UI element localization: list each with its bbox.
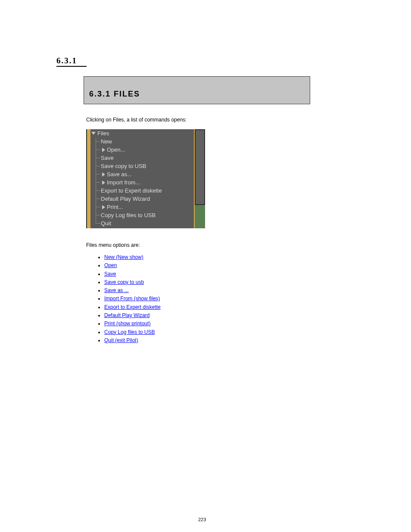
link-quit[interactable]: Quit (exit Pilot) xyxy=(104,337,138,343)
menu-item-label: Quit xyxy=(101,220,111,227)
links-list: New (New show) Open Save Save copy to us… xyxy=(97,253,161,345)
list-item: Save xyxy=(104,270,161,278)
chevron-right-icon xyxy=(102,148,105,152)
list-item: New (New show) xyxy=(104,253,161,261)
link-save[interactable]: Save xyxy=(104,271,116,277)
menu-item-save[interactable]: Save xyxy=(90,154,194,162)
tree-root-files[interactable]: Files xyxy=(90,129,194,137)
chevron-down-icon xyxy=(91,132,96,135)
menu-item-open[interactable]: Open... xyxy=(90,146,194,154)
menu-item-label: Copy Log files to USB xyxy=(101,212,156,218)
link-open[interactable]: Open xyxy=(104,262,117,268)
link-save-copy-usb[interactable]: Save copy to usb xyxy=(104,279,144,285)
chevron-right-icon xyxy=(102,172,105,177)
link-import-from[interactable]: Import From (show files) xyxy=(104,296,160,302)
menu-item-label: Save as... xyxy=(107,171,132,177)
menu-item-label: Default Play Wizard xyxy=(101,196,150,202)
menu-item-print[interactable]: Print... xyxy=(90,203,194,211)
link-export-expert[interactable]: Export to Expert diskette xyxy=(104,304,161,310)
links-intro-text: Files menu options are: xyxy=(86,242,140,248)
menu-item-label: Save copy to USB xyxy=(101,163,146,169)
tree-branch-h xyxy=(96,149,100,150)
scrollbar-track[interactable] xyxy=(195,129,205,228)
list-item: Quit (exit Pilot) xyxy=(104,336,161,345)
list-item: Save copy to usb xyxy=(104,278,161,286)
menu-item-default-play-wizard[interactable]: Default Play Wizard xyxy=(90,195,194,203)
tree-panel: Files New Open... Save xyxy=(86,129,205,228)
list-item: Export to Expert diskette xyxy=(104,303,161,311)
tree-body: Files New Open... Save xyxy=(90,129,194,228)
menu-item-label: Export to Expert diskette xyxy=(101,187,162,194)
menu-item-label: Print... xyxy=(107,204,123,210)
link-default-play-wizard[interactable]: Default Play Wizard xyxy=(104,312,149,318)
list-item: Import From (show files) xyxy=(104,295,161,303)
menu-item-label: Open... xyxy=(107,146,125,153)
tree-branch-h xyxy=(96,199,100,199)
section-number-underline xyxy=(56,66,87,67)
tree-branch-h xyxy=(96,190,100,191)
tree-branch-h xyxy=(96,207,100,207)
tree-branch-h xyxy=(96,223,100,224)
tree-branch-h xyxy=(96,158,100,158)
menu-item-quit[interactable]: Quit xyxy=(90,219,194,227)
section-number: 6.3.1 xyxy=(56,56,77,65)
section-banner-text: 6.3.1 FILES xyxy=(89,90,140,99)
tree-root-label: Files xyxy=(97,130,109,137)
list-item: Default Play Wizard xyxy=(104,311,161,320)
menu-item-save-copy-usb[interactable]: Save copy to USB xyxy=(90,162,194,170)
tree-branch-h xyxy=(96,141,100,142)
menu-item-import-from[interactable]: Import from... xyxy=(90,178,194,187)
tree-branch-h xyxy=(96,174,100,174)
menu-item-new[interactable]: New xyxy=(90,137,194,146)
list-item: Save as ... xyxy=(104,286,161,295)
page-root: 6.3.1 6.3.1 FILES Clicking on Files, a l… xyxy=(0,0,411,532)
link-save-as[interactable]: Save as ... xyxy=(104,287,129,293)
chevron-right-icon xyxy=(102,205,105,209)
tree-branch-h xyxy=(96,182,100,183)
intro-text: Clicking on Files, a list of commands op… xyxy=(86,117,187,123)
scrollbar-thumb[interactable] xyxy=(195,129,205,205)
list-item: Copy Log files to USB xyxy=(104,328,161,336)
link-copy-log-usb[interactable]: Copy Log files to USB xyxy=(104,329,155,335)
link-print[interactable]: Print (show printout) xyxy=(104,320,150,327)
chevron-right-icon xyxy=(102,180,105,185)
page-number: 223 xyxy=(198,517,206,522)
tree-branch-h xyxy=(96,166,100,166)
menu-item-label: Import from... xyxy=(107,179,140,186)
section-banner: 6.3.1 FILES xyxy=(84,76,310,104)
menu-item-label: Save xyxy=(101,155,114,161)
list-item: Print (show printout) xyxy=(104,320,161,328)
list-item: Open xyxy=(104,261,161,270)
menu-item-copy-log-usb[interactable]: Copy Log files to USB xyxy=(90,211,194,219)
menu-item-label: New xyxy=(101,138,112,145)
menu-item-save-as[interactable]: Save as... xyxy=(90,170,194,178)
menu-item-export-expert[interactable]: Export to Expert diskette xyxy=(90,187,194,195)
link-new[interactable]: New (New show) xyxy=(104,254,143,260)
tree-branch-h xyxy=(96,215,100,215)
